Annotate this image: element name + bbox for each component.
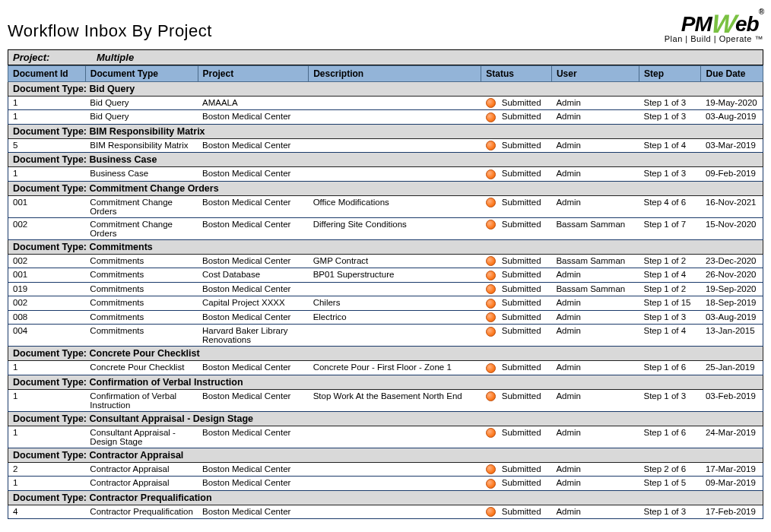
cell-user: Admin [551, 462, 639, 476]
cell-due-date: 03-Feb-2019 [701, 389, 763, 411]
table-row: 1Contractor AppraisalBoston Medical Cent… [8, 477, 763, 490]
cell-step: Step 1 of 2 [639, 282, 701, 296]
status-text: Submitted [502, 112, 541, 121]
status-text: Submitted [502, 464, 541, 473]
table-row: 008CommitmentsBoston Medical CenterElect… [8, 310, 763, 324]
cell-status: Submitted [481, 282, 552, 296]
cell-description: Stop Work At the Basement North End [309, 389, 481, 411]
cell-document-type: Bid Query [85, 97, 198, 110]
cell-project: Boston Medical Center [198, 138, 309, 152]
cell-description [309, 505, 481, 518]
cell-user: Admin [551, 310, 639, 324]
table-row: 2Contractor AppraisalBoston Medical Cent… [8, 462, 763, 476]
cell-status: Submitted [481, 462, 552, 476]
cell-project: AMAALA [198, 97, 309, 110]
cell-project: Boston Medical Center [198, 462, 309, 476]
cell-step: Step 1 of 7 [639, 217, 701, 239]
cell-document-type: Confirmation of Verbal Instruction [85, 389, 198, 411]
cell-step: Step 1 of 3 [639, 505, 701, 518]
status-dot-icon [486, 507, 496, 517]
table-row: 1Business CaseBoston Medical CenterSubmi… [8, 167, 763, 181]
status-dot-icon [486, 198, 496, 207]
cell-description [309, 138, 481, 152]
cell-step: Step 1 of 4 [639, 325, 701, 347]
cell-step: Step 1 of 5 [639, 477, 701, 490]
cell-document-id: 1 [8, 361, 86, 375]
cell-description: GMP Contract [309, 254, 481, 268]
cell-status: Submitted [481, 195, 552, 217]
status-dot-icon [486, 428, 496, 438]
cell-user: Bassam Samman [551, 254, 639, 268]
cell-status: Submitted [481, 268, 552, 282]
cell-step: Step 1 of 3 [639, 167, 701, 181]
cell-user: Admin [551, 138, 639, 152]
table-row: 019CommitmentsBoston Medical CenterSubmi… [8, 282, 763, 296]
status-dot-icon [486, 220, 496, 230]
cell-step: Step 1 of 3 [639, 97, 701, 110]
cell-user: Admin [551, 361, 639, 375]
cell-due-date: 19-Sep-2020 [701, 282, 763, 296]
cell-user: Admin [551, 325, 639, 347]
cell-description [309, 426, 481, 448]
cell-description [309, 282, 481, 296]
cell-project: Boston Medical Center [198, 505, 309, 518]
col-user: User [551, 66, 639, 82]
cell-document-id: 1 [8, 97, 86, 110]
cell-status: Submitted [481, 97, 552, 110]
cell-document-id: 1 [8, 477, 86, 490]
cell-step: Step 1 of 4 [639, 268, 701, 282]
cell-description [309, 325, 481, 347]
cell-user: Admin [551, 505, 639, 518]
cell-due-date: 13-Jan-2015 [701, 325, 763, 347]
cell-document-type: Contractor Appraisal [85, 477, 198, 490]
cell-user: Admin [551, 110, 639, 124]
cell-project: Boston Medical Center [198, 254, 309, 268]
group-header: Document Type: Concrete Pour Checklist [8, 347, 763, 361]
cell-step: Step 4 of 6 [639, 195, 701, 217]
status-text: Submitted [502, 284, 541, 293]
table-row: 1Consultant Appraisal - Design StageBost… [8, 426, 763, 448]
group-header: Document Type: Confirmation of Verbal In… [8, 375, 763, 389]
table-row: 002CommitmentsBoston Medical CenterGMP C… [8, 254, 763, 268]
cell-step: Step 1 of 15 [639, 296, 701, 310]
cell-due-date: 17-Mar-2019 [701, 462, 763, 476]
cell-status: Submitted [481, 426, 552, 448]
cell-document-id: 008 [8, 310, 86, 324]
status-text: Submitted [502, 270, 541, 279]
status-dot-icon [486, 98, 496, 108]
group-header: Document Type: Consultant Appraisal - De… [8, 411, 763, 426]
status-text: Submitted [502, 298, 541, 307]
logo-suffix: eb [735, 12, 759, 36]
project-bar: Project: Multiple [8, 49, 763, 65]
status-text: Submitted [502, 256, 541, 265]
cell-user: Bassam Samman [551, 282, 639, 296]
col-step: Step [639, 66, 701, 82]
cell-description: Office Modifications [309, 195, 481, 217]
cell-document-type: Commitment Change Orders [85, 217, 198, 239]
status-dot-icon [486, 256, 496, 266]
cell-document-id: 004 [8, 325, 86, 347]
cell-project: Boston Medical Center [198, 389, 309, 411]
cell-description: Concrete Pour - First Floor - Zone 1 [309, 361, 481, 375]
cell-document-type: Commitment Change Orders [85, 195, 198, 217]
status-dot-icon [486, 284, 496, 294]
cell-status: Submitted [481, 505, 552, 518]
cell-project: Boston Medical Center [198, 110, 309, 124]
group-header: Document Type: Contractor Appraisal [8, 448, 763, 462]
status-text: Submitted [502, 391, 541, 401]
cell-document-type: BIM Responsibility Matrix [85, 138, 198, 152]
group-header: Document Type: Commitments [8, 239, 763, 254]
cell-document-type: Commitments [85, 268, 198, 282]
status-dot-icon [486, 169, 496, 179]
cell-step: Step 1 of 3 [639, 310, 701, 324]
status-dot-icon [486, 327, 496, 337]
status-dot-icon [486, 271, 496, 280]
cell-document-type: Consultant Appraisal - Design Stage [85, 426, 198, 448]
project-label: Project: [13, 52, 97, 63]
cell-project: Boston Medical Center [198, 282, 309, 296]
cell-document-type: Commitments [85, 325, 198, 347]
cell-due-date: 16-Nov-2021 [701, 195, 763, 217]
cell-description: BP01 Superstructure [309, 268, 481, 282]
status-dot-icon [486, 112, 496, 122]
cell-document-id: 4 [8, 505, 86, 518]
